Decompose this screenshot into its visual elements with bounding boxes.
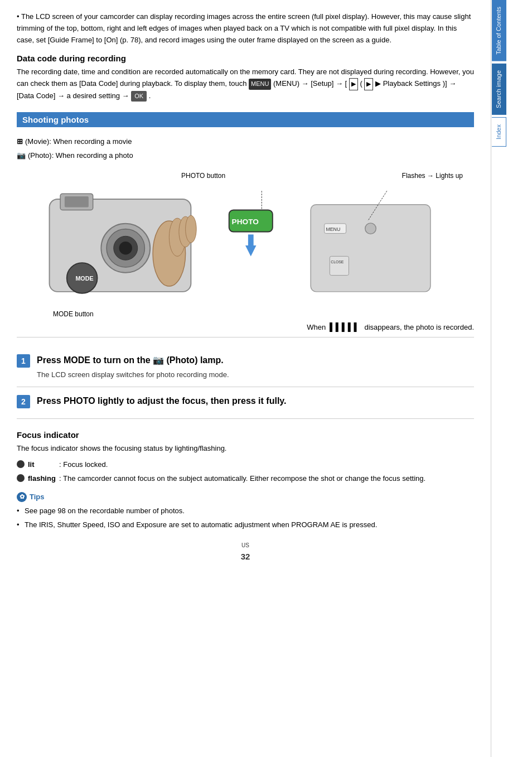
bar-suffix: disappears, the photo is recorded. [364, 323, 474, 331]
focus-dot-flashing [17, 474, 25, 482]
sidebar-tab-toc[interactable]: Table of Contents [492, 0, 506, 61]
bar-icon: ▌▌▌▌▌ [330, 322, 362, 331]
focus-list: lit : Focus locked. flashing : The camco… [17, 459, 474, 484]
data-code-mid: (MENU) → [Setup] → [ [273, 79, 347, 88]
tip-2: The IRIS, Shutter Speed, ISO and Exposur… [17, 519, 474, 531]
mode-button-label-text: MODE button [53, 310, 94, 318]
data-code-heading: Data code during recording [17, 54, 474, 63]
photo-button-label: PHOTO button [181, 172, 225, 180]
focus-body: The focus indicator shows the focusing s… [17, 443, 474, 455]
page-footer: US 32 [17, 542, 474, 561]
svg-text:CLOSE: CLOSE [331, 260, 344, 264]
movie-icon: ⊞ [17, 135, 23, 148]
sidebar-tabs: Table of Contents Search image Index [491, 0, 506, 757]
photo-mode-label: (Photo): When recording a photo [28, 149, 133, 162]
movie-mode-label: (Movie): When recording a movie [25, 135, 132, 148]
focus-dot-lit [17, 460, 25, 468]
focus-section: Focus indicator The focus indicator show… [17, 430, 474, 484]
svg-rect-21 [330, 257, 349, 276]
mode-button-label: MODE button [53, 310, 94, 318]
tips-icon: ✿ [17, 492, 27, 502]
focus-lit-desc: : Focus locked. [59, 459, 108, 470]
bar-disappears-text: When ▌▌▌▌▌ disappears, the photo is reco… [17, 322, 474, 337]
flashes-lights-label: Flashes → Lights up [402, 172, 463, 180]
menu-button-inline: MENU [249, 79, 271, 90]
playback-icon2: ▶ [364, 78, 373, 90]
sidebar-tab-index[interactable]: Index [492, 117, 506, 147]
focus-flashing-label: flashing [28, 473, 56, 484]
photo-mode-row: 📷 (Photo): When recording a photo [17, 149, 474, 162]
svg-rect-2 [65, 196, 89, 208]
svg-text:MENU: MENU [326, 226, 340, 232]
mode-icons: ⊞ (Movie): When recording a movie 📷 (Pho… [17, 135, 474, 162]
photo-icon: 📷 [17, 149, 26, 162]
svg-point-8 [119, 242, 132, 254]
page-number-super: US [241, 542, 249, 548]
step-1-number: 1 [17, 354, 30, 368]
movie-mode-row: ⊞ (Movie): When recording a movie [17, 135, 474, 148]
flashes-text: Flashes [402, 172, 425, 180]
sidebar-tab-search[interactable]: Search image [492, 64, 506, 115]
step-1-block: 1 Press MODE to turn on the 📷 (Photo) la… [17, 346, 474, 387]
main-content: The LCD screen of your camcorder can dis… [0, 0, 491, 757]
data-code-body: The recording date, time and condition a… [17, 66, 474, 102]
camera-icon-inline: 📷 [153, 355, 166, 365]
svg-text:MODE: MODE [75, 276, 93, 282]
ok-button-inline: OK [131, 91, 147, 102]
bar-prefix: When [307, 323, 326, 331]
data-code-section: Data code during recording The recording… [17, 54, 474, 102]
svg-rect-17 [311, 205, 431, 292]
step-2-title: Press PHOTO lightly to adjust the focus,… [37, 395, 474, 407]
page-number: 32 [241, 552, 250, 561]
svg-rect-16 [248, 235, 254, 248]
step-1-content: Press MODE to turn on the 📷 (Photo) lamp… [37, 354, 474, 378]
photo-button-label-text: PHOTO button [181, 172, 225, 180]
data-code-playback2: ▶ Playback Settings [375, 79, 441, 88]
focus-lit-item: lit : Focus locked. [17, 459, 474, 470]
tips-label-text: Tips [30, 493, 45, 501]
focus-flashing-item: flashing : The camcorder cannot focus on… [17, 473, 474, 484]
step-1-desc: The LCD screen display switches for phot… [37, 370, 474, 379]
tip-1: See page 98 on the recordable number of … [17, 505, 474, 517]
page-container: The LCD screen of your camcorder can dis… [0, 0, 532, 757]
playback-icon: ▶ [349, 78, 358, 90]
svg-text:PHOTO: PHOTO [232, 218, 259, 226]
step1-title-text: Press MODE to turn on the [37, 355, 151, 365]
focus-heading: Focus indicator [17, 430, 474, 440]
step-2-number: 2 [17, 395, 30, 408]
camera-diagram: PHOTO button Flashes → Lights up MODE [17, 167, 474, 318]
svg-point-20 [365, 223, 376, 234]
focus-flashing-desc: : The camcorder cannot focus on the subj… [59, 473, 425, 484]
data-code-playback: ( [360, 79, 362, 88]
lights-up-text: Lights up [436, 172, 463, 180]
shooting-section-heading: Shooting photos [17, 112, 474, 127]
step-1-title: Press MODE to turn on the 📷 (Photo) lamp… [37, 354, 474, 367]
tips-title: ✿ Tips [17, 492, 474, 502]
tips-list: See page 98 on the recordable number of … [17, 505, 474, 531]
data-code-period: . [149, 91, 151, 100]
camera-illustration: MODE PHOTO ME [17, 167, 474, 318]
arrow-right-icon: → [427, 172, 436, 180]
step-2-block: 2 Press PHOTO lightly to adjust the focu… [17, 387, 474, 419]
focus-lit-label: lit [28, 459, 56, 470]
step-2-content: Press PHOTO lightly to adjust the focus,… [37, 395, 474, 411]
tips-section: ✿ Tips See page 98 on the recordable num… [17, 492, 474, 531]
intro-bullet: The LCD screen of your camcorder can dis… [17, 11, 474, 46]
svg-point-12 [186, 216, 197, 243]
step1-title2-text: (Photo) lamp. [166, 355, 223, 365]
